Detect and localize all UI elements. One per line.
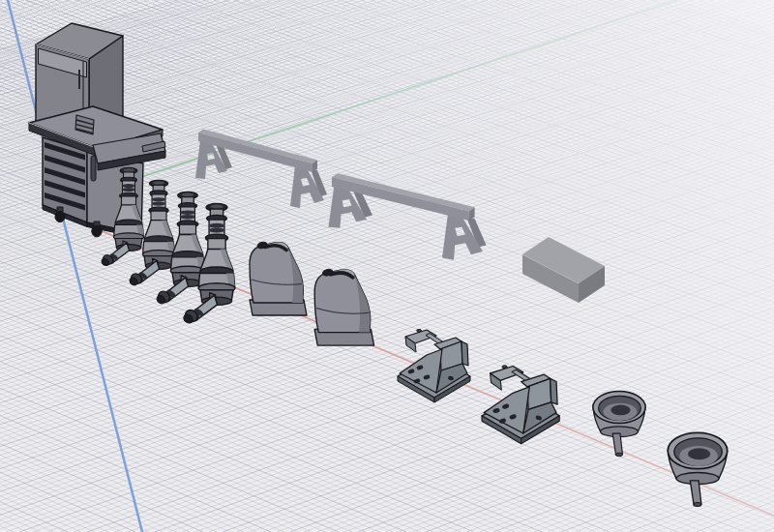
jack-stand-2[interactable] <box>482 366 559 444</box>
models-layer <box>0 0 774 532</box>
jerry-can-2[interactable] <box>314 268 373 345</box>
tool-cart-workbench-1[interactable] <box>29 23 165 248</box>
storage-box-1[interactable] <box>522 237 605 303</box>
funnel-2[interactable] <box>668 432 728 506</box>
jerry-can-1[interactable] <box>250 241 307 315</box>
funnel-1[interactable] <box>593 392 645 457</box>
viewport-3d[interactable] <box>0 0 774 532</box>
jack-stand-1[interactable] <box>398 329 470 402</box>
sawhorse-1[interactable] <box>195 130 327 209</box>
sawhorse-2[interactable] <box>328 173 486 260</box>
